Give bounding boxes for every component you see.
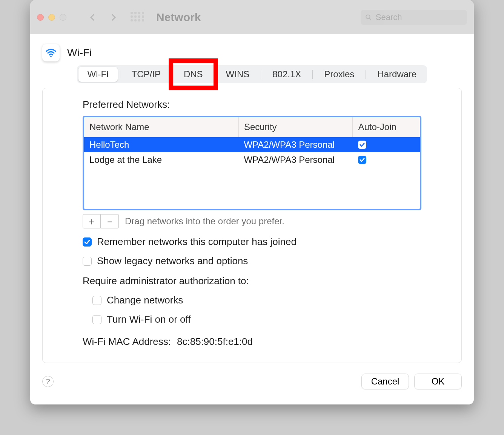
network-security: WPA2/WPA3 Personal xyxy=(238,152,353,167)
autojoin-checkbox[interactable] xyxy=(358,156,366,164)
column-header-name[interactable]: Network Name xyxy=(84,117,238,137)
tab-label: DNS xyxy=(184,69,203,80)
tab-separator xyxy=(366,70,366,79)
add-network-button[interactable]: ＋ xyxy=(83,214,101,228)
tab-wifi[interactable]: Wi-Fi xyxy=(78,67,118,82)
mac-address-label: Wi-Fi MAC Address: xyxy=(83,336,171,348)
wifi-panel: Preferred Networks: Network Name Securit… xyxy=(42,88,462,363)
tab-tcpip[interactable]: TCP/IP xyxy=(123,67,170,82)
remove-network-button[interactable]: － xyxy=(101,214,119,228)
column-header-security[interactable]: Security xyxy=(238,117,353,137)
tab-hardware[interactable]: Hardware xyxy=(368,67,426,82)
search-icon xyxy=(365,14,372,21)
legacy-networks-label: Show legacy networks and options xyxy=(97,255,248,267)
reorder-hint: Drag networks into the order you prefer. xyxy=(125,216,284,227)
change-networks-label: Change networks xyxy=(107,294,183,306)
column-header-autojoin[interactable]: Auto-Join xyxy=(353,117,420,137)
all-prefs-button[interactable] xyxy=(131,12,142,23)
search-field[interactable] xyxy=(361,10,467,25)
tab-dns[interactable]: DNS xyxy=(175,67,212,82)
preferred-networks-table[interactable]: Network Name Security Auto-Join HelloTec… xyxy=(83,116,421,210)
autojoin-checkbox[interactable] xyxy=(358,141,366,149)
tab-8021x[interactable]: 802.1X xyxy=(263,67,310,82)
page-title: Wi-Fi xyxy=(67,47,92,59)
tab-separator xyxy=(172,70,172,79)
require-admin-label: Require administrator authorization to: xyxy=(83,275,421,287)
mac-address-value: 8c:85:90:5f:e1:0d xyxy=(177,336,253,348)
svg-point-2 xyxy=(50,55,52,57)
forward-button[interactable] xyxy=(109,13,118,22)
preferred-networks-label: Preferred Networks: xyxy=(83,99,421,110)
network-name: Lodge at the Lake xyxy=(84,152,238,167)
tab-bar: Wi-Fi TCP/IP DNS WINS 802.1X Proxies Har… xyxy=(77,65,427,83)
remember-networks-label: Remember networks this computer has join… xyxy=(97,236,297,248)
tab-label: 802.1X xyxy=(272,69,301,80)
ok-button[interactable]: OK xyxy=(414,374,462,389)
search-input[interactable] xyxy=(376,12,463,22)
tab-proxies[interactable]: Proxies xyxy=(315,67,363,82)
turn-wifi-checkbox[interactable] xyxy=(92,315,101,324)
tab-label: Hardware xyxy=(377,69,416,80)
titlebar: Network xyxy=(30,0,474,34)
table-row[interactable]: Lodge at the Lake WPA2/WPA3 Personal xyxy=(84,152,420,167)
table-row[interactable]: HelloTech WPA2/WPA3 Personal xyxy=(84,137,420,153)
change-networks-checkbox[interactable] xyxy=(92,296,101,305)
window-title: Network xyxy=(156,11,201,24)
tab-separator xyxy=(312,70,313,79)
close-button[interactable] xyxy=(37,14,44,21)
legacy-networks-checkbox[interactable] xyxy=(83,257,92,266)
tab-label: Wi-Fi xyxy=(88,69,109,80)
cancel-button[interactable]: Cancel xyxy=(361,374,409,389)
turn-wifi-label: Turn Wi-Fi on or off xyxy=(107,314,191,325)
wifi-icon xyxy=(42,44,60,61)
svg-point-0 xyxy=(366,15,370,18)
tab-separator xyxy=(120,70,120,79)
tab-separator xyxy=(214,70,215,79)
tab-separator xyxy=(261,70,261,79)
button-label: OK xyxy=(432,376,445,387)
tab-label: TCP/IP xyxy=(132,69,161,80)
network-name: HelloTech xyxy=(84,137,238,153)
tab-label: WINS xyxy=(226,69,250,80)
tab-wins[interactable]: WINS xyxy=(217,67,259,82)
tab-label: Proxies xyxy=(324,69,354,80)
back-button[interactable] xyxy=(88,13,97,22)
svg-line-1 xyxy=(369,18,371,20)
minimize-button[interactable] xyxy=(48,14,55,21)
remember-networks-checkbox[interactable] xyxy=(83,237,92,247)
network-security: WPA2/WPA3 Personal xyxy=(238,137,353,153)
button-label: Cancel xyxy=(371,376,400,387)
help-button[interactable]: ? xyxy=(42,376,54,387)
zoom-button[interactable] xyxy=(60,14,66,21)
